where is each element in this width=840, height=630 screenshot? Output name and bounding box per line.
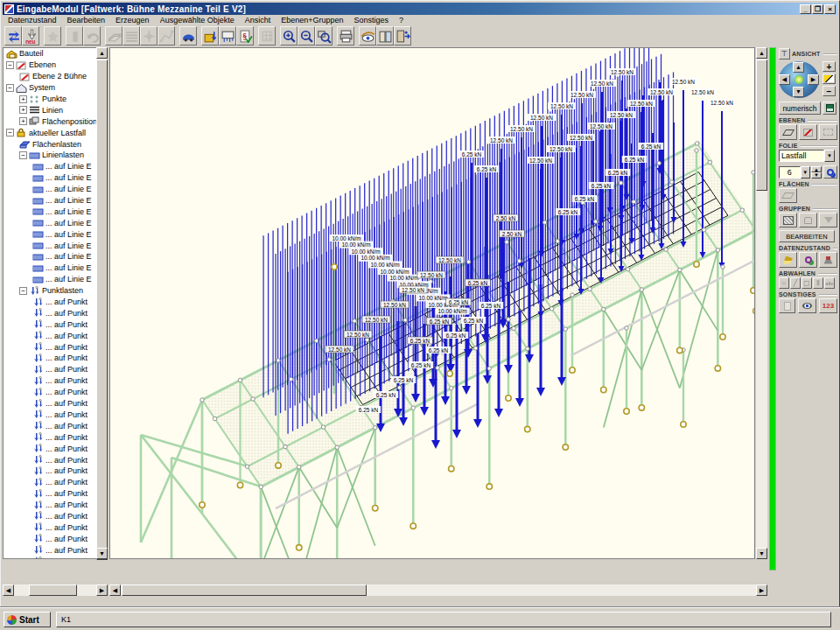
zoom-minus-button[interactable]: − [822,86,836,96]
taskbar-item-k1[interactable]: K1 [56,612,831,627]
tree-item[interactable]: −System [4,82,96,94]
toolbar-exit-button[interactable] [394,26,411,46]
menu-item-datenzustand[interactable]: Datenzustand [3,16,62,24]
canvas-vscroll-thumb[interactable] [756,60,767,191]
tree-item[interactable]: ... auf Punkt [4,466,96,477]
tree-item[interactable]: ... auf Punkt [4,307,96,318]
tree-item[interactable]: ... auf Linie E [4,262,96,274]
tree-item[interactable]: ... auf Punkt [4,500,96,511]
tree-vscrollbar[interactable]: ▲ ▼ [96,47,108,559]
toolbar-zoom-window-button[interactable] [315,26,332,46]
toolbar-data-transfer-button[interactable] [4,26,22,46]
ebene-3d-button[interactable] [779,124,797,140]
tree-item[interactable]: ... auf Punkt [4,297,96,308]
tree-item[interactable]: ... auf Punkt [4,443,96,454]
tree-item[interactable]: ... auf Linie E [4,206,96,217]
tree-scroll-left-icon[interactable]: ◀ [3,584,14,596]
tree-item[interactable]: ... auf Punkt [4,511,96,522]
canvas-scroll-down-icon[interactable]: ▼ [756,548,767,559]
tree-scroll-up-icon[interactable]: ▲ [96,47,108,59]
rotate-left-button[interactable]: ◀ [779,74,790,85]
numbering-button[interactable]: 123 [819,298,837,313]
canvas-scroll-up-icon[interactable]: ▲ [756,47,767,59]
expand-icon[interactable]: + [19,106,27,114]
save-view-button[interactable] [822,102,836,115]
object-tree[interactable]: Bauteil−EbenenEbene 2 Bühne−System+Punkt… [3,47,96,559]
tree-item[interactable]: Bauteil [4,48,96,60]
toolbar-measure-button[interactable] [219,26,236,46]
toolbar-book-button[interactable] [376,26,394,46]
toolbar-load-folder-button[interactable] [201,26,219,46]
tree-item[interactable]: ... auf Punkt [4,387,96,398]
canvas-scroll-right-icon[interactable]: ▶ [756,584,767,596]
collapse-icon[interactable]: − [19,287,27,295]
tree-item[interactable]: +Linien [4,104,96,116]
check-data-button[interactable] [799,252,817,268]
tree-item[interactable]: ... auf Punkt [4,556,96,559]
tree-item[interactable]: ... auf Punkt [4,353,96,364]
toolbar-norm-check-button[interactable]: § [236,26,254,46]
tree-item[interactable]: ... auf Punkt [4,398,96,410]
clean-data-button[interactable] [779,252,797,268]
canvas-hscrollbar[interactable]: ◀ ▶ [109,584,767,596]
tree-item[interactable]: ... auf Punkt [4,454,96,466]
ebene-edit-button[interactable] [799,124,817,140]
shade-toggle-button[interactable] [822,74,836,84]
menu-item-ausgew-hlte-objekte[interactable]: Ausgewählte Objekte [155,16,240,24]
tree-scroll-right-icon[interactable]: ▶ [96,584,108,596]
tree-item[interactable]: −Ebenen [4,60,96,71]
folie-number-field[interactable]: 6 [779,166,801,178]
render-button[interactable] [798,298,816,313]
close-button[interactable]: × [824,4,836,14]
tree-item[interactable]: ... auf Punkt [4,375,96,387]
folie-select[interactable]: Lastfall [779,150,824,162]
maximize-button[interactable]: ❐ [812,4,823,14]
tree-item[interactable]: ... auf Linie E [4,251,96,262]
pin-panel-button[interactable]: ⊤ [779,48,790,60]
tree-item[interactable]: ... auf Punkt [4,431,96,443]
collapse-icon[interactable]: − [6,84,14,92]
tree-item[interactable]: ... auf Linie E [4,161,96,172]
tree-item[interactable]: ... auf Punkt [4,522,96,533]
rotate-down-button[interactable]: ▼ [793,87,804,97]
model-viewport[interactable]: 12.50 kN12.50 kN12.50 kN12.50 kN12.50 kN… [109,47,755,559]
tree-item[interactable]: Ebene 2 Bühne [4,71,96,82]
expand-icon[interactable]: + [19,117,27,125]
minimize-button[interactable]: _ [800,4,811,14]
folie-spin-down-icon[interactable]: ▼ [811,172,822,178]
toolbar-car-button[interactable] [179,26,197,46]
menu-item-sonstiges[interactable]: Sonstiges [349,16,395,24]
tree-item[interactable]: ... auf Punkt [4,544,96,556]
tree-vscroll-thumb[interactable] [96,60,108,560]
canvas-scroll-left-icon[interactable]: ◀ [109,584,121,596]
tree-item[interactable]: ... auf Punkt [4,410,96,421]
tree-scroll-down-icon[interactable]: ▼ [96,548,108,559]
tree-item[interactable]: +Punkte [4,94,96,105]
tree-item[interactable]: Flächenlasten [4,138,96,150]
menu-item-erzeugen[interactable]: Erzeugen [110,16,155,24]
tree-item[interactable]: ... auf Linie E [4,274,96,285]
tree-hscroll-thumb[interactable] [29,584,77,596]
canvas-vscrollbar[interactable]: ▲ ▼ [756,47,767,559]
toolbar-render-view-button[interactable] [359,26,376,46]
tree-item[interactable]: ... auf Linie E [4,195,96,206]
menu-item-ansicht[interactable]: Ansicht [240,16,276,24]
tree-item[interactable]: ... auf Linie E [4,217,96,228]
tree-hscrollbar[interactable]: ◀ ▶ [3,584,108,596]
tree-item[interactable]: ... auf Punkt [4,318,96,330]
tree-item[interactable]: ... auf Punkt [4,330,96,341]
menu-item--[interactable]: ? [394,16,409,24]
tree-item[interactable]: ... auf Punkt [4,477,96,488]
toolbar-new-load-button[interactable]: neu [22,26,39,46]
tree-item[interactable]: −Linienlasten [4,150,96,161]
gruppen-hatch-button[interactable] [779,213,797,228]
numerisch-button[interactable]: numerisch [779,102,821,115]
folie-zoom-button[interactable] [823,165,837,178]
tree-item[interactable]: ... auf Punkt [4,364,96,375]
folie-select-arrow-icon[interactable]: ▼ [824,150,835,162]
bearbeiten-button[interactable]: BEARBEITEN [779,230,835,242]
toolbar-zoom-out-button[interactable] [298,26,315,46]
rotate-right-button[interactable]: ▶ [808,74,819,85]
tree-item[interactable]: −Punktlasten [4,285,96,297]
zoom-plus-button[interactable]: + [822,61,836,72]
